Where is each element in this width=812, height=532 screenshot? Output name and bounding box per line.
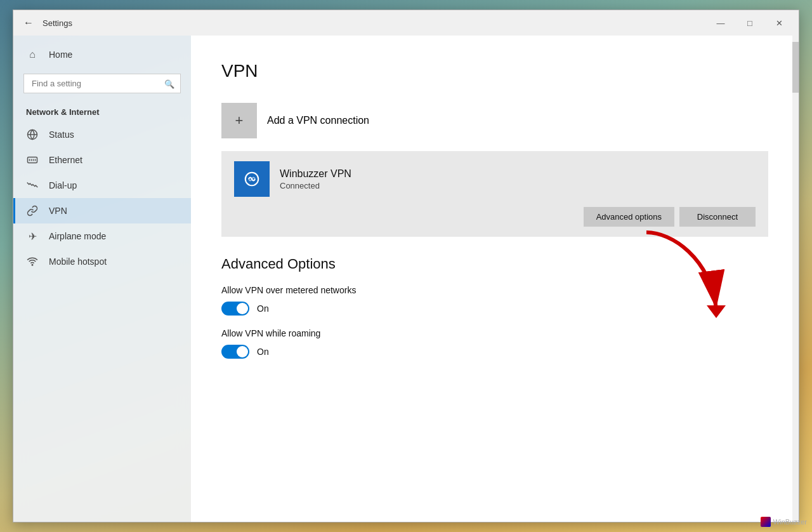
sidebar-item-home[interactable]: ⌂ Home [13, 42, 191, 67]
status-icon [26, 128, 39, 141]
sidebar: ⌂ Home 🔍 Network & Internet Status [13, 36, 191, 522]
add-vpn-label: Add a VPN connection [267, 115, 369, 126]
sidebar-item-dialup[interactable]: Dial-up [13, 173, 191, 198]
vpn-name: Winbuzzer VPN [280, 168, 756, 180]
ethernet-icon [26, 154, 39, 166]
add-vpn-button[interactable]: + Add a VPN connection [221, 100, 768, 141]
minimize-button[interactable]: — [706, 10, 735, 36]
metered-networks-label: Allow VPN over metered networks [221, 285, 768, 295]
roaming-toggle-row: On [221, 345, 768, 359]
sidebar-item-hotspot[interactable]: Mobile hotspot [13, 249, 191, 274]
vpn-icon [26, 204, 39, 217]
vpn-logo [234, 161, 270, 197]
window-controls: — □ ✕ [706, 10, 794, 36]
vpn-connection-status: Connected [280, 181, 756, 190]
hotspot-icon [26, 255, 39, 268]
sidebar-item-status[interactable]: Status [13, 122, 191, 147]
scrollbar-thumb[interactable] [792, 42, 799, 93]
metered-toggle[interactable] [221, 302, 249, 316]
vpn-card: Winbuzzer VPN Connected Advanced options… [221, 151, 768, 237]
metered-toggle-row: On [221, 302, 768, 316]
advanced-options-button[interactable]: Advanced options [584, 207, 674, 227]
sidebar-section-title: Network & Internet [13, 100, 191, 122]
disconnect-button[interactable]: Disconnect [679, 207, 756, 227]
add-icon: + [221, 103, 257, 138]
sidebar-item-ethernet[interactable]: Ethernet [13, 147, 191, 173]
home-icon: ⌂ [26, 48, 39, 61]
title-bar: ← Settings — □ ✕ [13, 10, 799, 36]
search-input[interactable] [23, 74, 181, 93]
advanced-options-title: Advanced Options [221, 256, 768, 272]
sidebar-item-vpn[interactable]: VPN [13, 198, 191, 223]
window-title: Settings [43, 18, 706, 28]
roaming-toggle[interactable] [221, 345, 249, 359]
content-area: ⌂ Home 🔍 Network & Internet Status [13, 36, 799, 522]
maximize-button[interactable]: □ [735, 10, 764, 36]
scrollbar-track [792, 36, 799, 522]
roaming-toggle-state: On [257, 347, 269, 357]
settings-window: ← Settings — □ ✕ ⌂ Home 🔍 Network & Inte… [13, 10, 799, 522]
toggle-knob [237, 303, 248, 314]
metered-toggle-state: On [257, 303, 269, 314]
airplane-icon: ✈ [26, 230, 39, 243]
close-button[interactable]: ✕ [764, 10, 794, 36]
search-container: 🔍 [23, 74, 181, 93]
vpn-info: Winbuzzer VPN Connected [280, 168, 756, 190]
roaming-toggle-knob [237, 346, 248, 357]
vpn-card-top: Winbuzzer VPN Connected [234, 161, 756, 197]
page-title: VPN [221, 61, 768, 81]
dialup-icon [26, 179, 39, 192]
roaming-label: Allow VPN while roaming [221, 328, 768, 338]
main-panel: VPN + Add a VPN connection [191, 36, 799, 522]
sidebar-item-airplane[interactable]: ✈ Airplane mode [13, 223, 191, 249]
back-button[interactable]: ← [18, 13, 39, 33]
svg-point-7 [32, 265, 33, 266]
vpn-actions: Advanced options Disconnect [234, 207, 756, 227]
